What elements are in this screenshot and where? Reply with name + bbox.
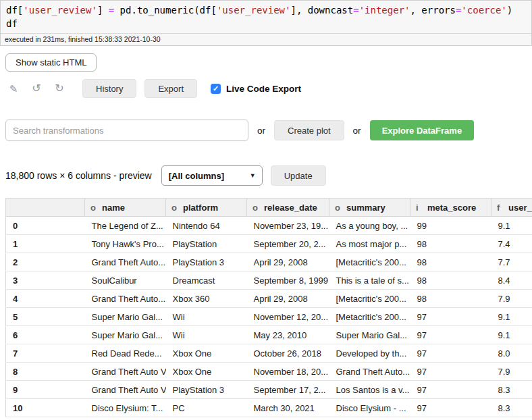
columns-dropdown[interactable]: [All columns] ▼ (161, 165, 263, 186)
column-label: user_review (508, 203, 532, 213)
data-cell-name: SoulCalibur (85, 271, 166, 290)
column-header-meta_score[interactable]: imeta_score (410, 199, 491, 217)
column-label: name (102, 203, 125, 213)
data-cell-user_review: 8.4 (491, 271, 532, 290)
column-header-platform[interactable]: oplatform (166, 199, 247, 217)
data-cell-user_review: 9.1 (491, 308, 532, 326)
dtype-indicator: o (252, 203, 264, 213)
data-cell-platform: PlayStation 3 (166, 381, 247, 399)
row-index-cell: 4 (6, 290, 85, 308)
data-cell-name: Tony Hawk's Pro... (85, 235, 166, 253)
data-cell-name: Grand Theft Auto V (85, 363, 166, 381)
column-label: platform (183, 203, 218, 213)
table-row: 1Tony Hawk's Pro...PlayStationSeptember … (6, 235, 532, 253)
data-cell-platform: Wii (166, 326, 247, 344)
data-cell-summary: [Metacritic's 200... (329, 253, 410, 271)
code-line: df['user_review'] = pd.to_numeric(df['us… (6, 3, 527, 17)
history-button[interactable]: History (82, 79, 136, 98)
row-index-cell: 5 (6, 308, 85, 326)
transformations-row: or Create plot or Explore DataFrame (5, 120, 532, 141)
data-cell-platform: PlayStation 3 (166, 253, 247, 271)
dtype-indicator: i (416, 203, 427, 213)
data-cell-user_review: 9.1 (491, 326, 532, 344)
data-cell-platform: Xbox One (166, 363, 247, 381)
data-cell-summary: Developed by th... (329, 344, 410, 363)
dataframe-preview: onameoplatformorelease_dateosummaryimeta… (5, 198, 532, 417)
column-label: meta_score (427, 203, 476, 213)
data-cell-platform: Xbox One (166, 344, 247, 363)
data-cell-release_date: September 20, 2... (247, 235, 329, 253)
table-header-row: onameoplatformorelease_dateosummaryimeta… (6, 199, 532, 217)
column-label: summary (346, 203, 385, 213)
column-header-release_date[interactable]: orelease_date (247, 199, 329, 217)
columns-dropdown-value: [All columns] (169, 171, 224, 181)
row-index-cell: 7 (6, 344, 85, 363)
table-row: 3SoulCaliburDreamcastSeptember 8, 1999Th… (6, 271, 532, 290)
dtype-indicator: o (90, 203, 102, 213)
data-cell-release_date: May 23, 2010 (247, 326, 329, 344)
data-cell-name: Super Mario Gal... (85, 308, 166, 326)
index-column-header[interactable] (6, 199, 85, 217)
row-index-cell: 0 (6, 217, 85, 235)
data-cell-meta_score: 97 (410, 308, 491, 326)
data-cell-name: The Legend of Z... (85, 217, 166, 235)
preview-table: onameoplatformorelease_dateosummaryimeta… (5, 198, 532, 417)
data-cell-release_date: November 23, 19... (247, 217, 329, 235)
live-code-export-toggle[interactable]: ✓ Live Code Export (211, 84, 301, 94)
code-line: df (6, 17, 527, 30)
code-cell[interactable]: df['user_review'] = pd.to_numeric(df['us… (0, 0, 532, 46)
data-cell-summary: [Metacritic's 200... (329, 290, 410, 308)
data-cell-platform: PC (166, 399, 247, 417)
data-cell-summary: Disco Elysium - ... (329, 399, 410, 417)
update-button[interactable]: Update (271, 165, 326, 186)
row-index-cell: 2 (6, 253, 85, 271)
edit-pencil-icon[interactable]: ✎ (5, 84, 22, 94)
data-cell-meta_score: 98 (410, 253, 491, 271)
data-cell-name: Grand Theft Auto... (85, 290, 166, 308)
undo-icon[interactable]: ↺ (28, 83, 45, 94)
data-cell-platform: Nintendo 64 (166, 217, 247, 235)
data-cell-summary: Los Santos is a v... (329, 381, 410, 399)
data-cell-name: Grand Theft Auto... (85, 253, 166, 271)
data-cell-meta_score: 97 (410, 399, 491, 417)
export-button[interactable]: Export (144, 79, 197, 98)
dtype-indicator: o (171, 203, 183, 213)
bamboolib-toolbar: ✎ ↺ ↻ History Export ✓ Live Code Export (5, 79, 532, 98)
dtype-indicator: f (497, 203, 508, 213)
preview-controls-row: 18,800 rows × 6 columns - preview [All c… (5, 165, 532, 186)
code-content[interactable]: df['user_review'] = pd.to_numeric(df['us… (1, 1, 531, 33)
column-label: release_date (264, 203, 317, 213)
data-cell-meta_score: 97 (410, 344, 491, 363)
data-cell-release_date: April 29, 2008 (247, 290, 329, 308)
data-cell-release_date: April 29, 2008 (247, 253, 329, 271)
column-header-user_review[interactable]: fuser_review (491, 199, 532, 217)
data-cell-user_review: 7.9 (491, 363, 532, 381)
table-row: 2Grand Theft Auto...PlayStation 3April 2… (6, 253, 532, 271)
table-row: 5Super Mario Gal...WiiNovember 12, 20...… (6, 308, 532, 326)
row-index-cell: 8 (6, 363, 85, 381)
row-index-cell: 3 (6, 271, 85, 290)
data-cell-meta_score: 97 (410, 363, 491, 381)
explore-dataframe-button[interactable]: Explore DataFrame (370, 120, 475, 140)
redo-icon[interactable]: ↻ (51, 83, 68, 94)
show-static-html-button[interactable]: Show static HTML (5, 53, 97, 72)
data-cell-name: Red Dead Rede... (85, 344, 166, 363)
data-cell-user_review: 7.7 (491, 253, 532, 271)
search-transformations-input[interactable] (5, 120, 248, 141)
checkbox-checked-icon[interactable]: ✓ (211, 84, 221, 94)
data-cell-summary: As a young boy, ... (329, 217, 410, 235)
column-header-name[interactable]: oname (85, 199, 166, 217)
data-cell-name: Disco Elysium: T... (85, 399, 166, 417)
table-row: 9Grand Theft Auto VPlayStation 3Septembe… (6, 381, 532, 399)
data-cell-meta_score: 98 (410, 290, 491, 308)
column-header-summary[interactable]: osummary (329, 199, 410, 217)
data-cell-summary: This is a tale of s... (329, 271, 410, 290)
data-cell-name: Grand Theft Auto V (85, 381, 166, 399)
live-code-export-label: Live Code Export (226, 84, 301, 94)
create-plot-button[interactable]: Create plot (274, 120, 344, 140)
row-index-cell: 6 (6, 326, 85, 344)
data-cell-summary: As most major p... (329, 235, 410, 253)
data-cell-meta_score: 97 (410, 381, 491, 399)
data-cell-summary: Super Mario Gal... (329, 326, 410, 344)
or-text: or (353, 126, 361, 136)
